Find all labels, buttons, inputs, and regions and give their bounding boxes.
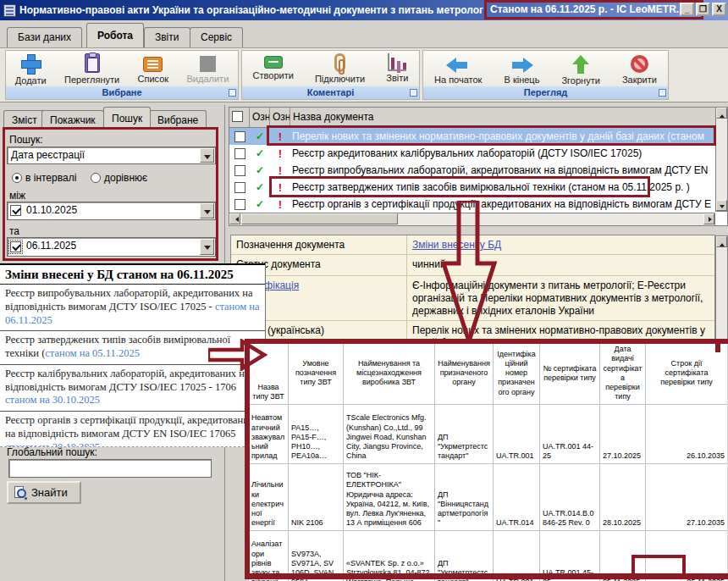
arrow-right-icon xyxy=(510,58,533,73)
date-from-checkbox[interactable] xyxy=(10,205,21,216)
sidebar-tab-zmist[interactable]: Зміст xyxy=(3,110,46,129)
column-header-title[interactable]: Назва документа xyxy=(290,108,727,127)
doc-row-vyprobuvalnykh[interactable]: ✓ ! Реєстр випробувальних лабораторій, а… xyxy=(229,162,727,179)
reports-button[interactable]: Звіти xyxy=(383,53,411,84)
document-list: Озн Озн Назва документа ✓ ! Перелік нови… xyxy=(229,107,728,226)
comment-icon xyxy=(264,56,283,69)
doc-row-perelik[interactable]: ✓ ! Перелік нових та змінених нормативно… xyxy=(229,128,727,145)
attach-button[interactable]: Підключити xyxy=(312,53,368,85)
check-icon: ✓ xyxy=(250,198,270,210)
app-icon xyxy=(3,4,16,17)
column-header-ozn1[interactable]: Озн xyxy=(250,108,270,127)
doc-title: Реєстр затверджених типів засобів вимірю… xyxy=(290,181,727,193)
window-title-status-annotated: Станом на 06.11.2025 р. - ІС LeoMETR... xyxy=(484,0,703,19)
select-all-checkbox[interactable] xyxy=(232,111,243,122)
ribbon-group-perehliad: На початок В кінець Згорнути Закрити Пер… xyxy=(422,50,669,100)
collapse-button[interactable]: Згорнути xyxy=(558,53,603,86)
check-icon: ✓ xyxy=(250,181,270,193)
list-icon xyxy=(143,57,163,72)
properties-scrollbar[interactable] xyxy=(715,235,728,344)
find-button[interactable]: Знайти xyxy=(7,481,81,504)
global-search-label: Глобальний пошук: xyxy=(7,446,97,458)
tab-zvity[interactable]: Звіти xyxy=(144,27,190,47)
close-button[interactable]: X xyxy=(712,3,726,16)
doc-row-zatverdzhenykh[interactable]: ✓ ! Реєстр затверджених типів засобів ви… xyxy=(229,179,727,196)
popup-entry: Реєстр калібрувальних лабораторій, акред… xyxy=(0,365,265,412)
chevron-down-icon[interactable] xyxy=(200,239,214,255)
tab-robota[interactable]: Робота xyxy=(86,23,144,47)
entry-date: станом на 30.10.2025 xyxy=(5,441,100,448)
group-expand-icon[interactable] xyxy=(659,89,666,97)
exclamation-icon: ! xyxy=(270,130,290,143)
close-view-button[interactable]: Закрити xyxy=(619,53,660,86)
go-end-button[interactable]: В кінець xyxy=(501,53,543,86)
sidebar-tab-vybrane[interactable]: Вибране xyxy=(149,110,207,129)
chevron-down-icon[interactable] xyxy=(200,203,214,219)
doc-title: Реєстр органів з сертифікації продукції,… xyxy=(290,198,727,210)
delete-icon xyxy=(200,56,216,72)
global-search-input[interactable] xyxy=(8,459,212,478)
exclamation-icon: ! xyxy=(270,164,290,177)
radio-equals[interactable] xyxy=(91,173,101,183)
prop-value-status: чинний xyxy=(407,255,714,275)
search-label: Пошук: xyxy=(9,134,43,146)
radio-equals-label: дорівнює xyxy=(104,172,147,184)
popup-title: Зміни внесені у БД станом на 06.11.2025 xyxy=(0,265,265,285)
chevron-down-icon[interactable] xyxy=(200,148,214,163)
check-icon: ✓ xyxy=(250,130,270,142)
ribbon-tabstrip: Бази даних Робота Звіти Сервіс xyxy=(0,22,728,47)
list-button[interactable]: Список xyxy=(135,53,173,85)
check-icon: ✓ xyxy=(250,147,270,159)
group-expand-icon[interactable] xyxy=(410,89,417,97)
doc-row-orhaniv[interactable]: ✓ ! Реєстр органів з сертифікації продук… xyxy=(229,196,727,213)
exclamation-icon: ! xyxy=(270,147,290,160)
date-to-checkbox[interactable] xyxy=(10,241,21,252)
window-title: Нормативно-правові акти України та орган… xyxy=(19,4,483,16)
doc-row-akredytovanykh[interactable]: ✓ ! Реєстр акредитованих калібрувальних … xyxy=(229,145,727,162)
ribbon-group-vybrane: Додати Переглянути Список Видалити Вибра… xyxy=(5,50,239,100)
radio-interval[interactable] xyxy=(12,173,22,183)
tab-bazy-danykh[interactable]: Бази даних xyxy=(7,27,82,47)
group-expand-icon[interactable] xyxy=(229,89,236,97)
date-to-combo[interactable]: 06.11.2025 xyxy=(7,237,216,257)
scroll-left-icon[interactable] xyxy=(229,213,240,224)
document-properties: Позначення документа Зміни внесені у БД … xyxy=(230,235,715,345)
sidebar-tab-poshuk[interactable]: Пошук xyxy=(103,107,151,129)
doclist-horizontal-scrollbar[interactable] xyxy=(229,213,715,226)
group-label-komentari: Коментарі xyxy=(242,86,419,99)
and-label: та xyxy=(9,225,19,237)
row-checkbox[interactable] xyxy=(234,182,245,193)
group-label-perehliad: Перегляд xyxy=(423,86,668,99)
changes-popup: Зміни внесені у БД станом на 06.11.2025 … xyxy=(0,263,266,447)
create-comment-button[interactable]: Створити xyxy=(250,53,297,81)
tab-servis[interactable]: Сервіс xyxy=(190,27,243,47)
scroll-up-icon[interactable] xyxy=(716,236,727,247)
sidebar-tab-pokazhchyk[interactable]: Покажчик xyxy=(41,110,104,129)
scrollbar-thumb[interactable] xyxy=(241,213,398,224)
doc-title: Реєстр акредитованих калібрувальних лабо… xyxy=(290,147,727,159)
scroll-right-icon[interactable] xyxy=(703,213,714,224)
doc-title: Перелік нових та змінених нормативно-пра… xyxy=(290,130,727,142)
row-checkbox[interactable] xyxy=(234,199,245,210)
scroll-down-icon[interactable] xyxy=(716,200,727,211)
doc-title: Реєстр випробувальних лабораторій, акред… xyxy=(290,164,727,176)
column-header-ozn2[interactable]: Озн xyxy=(270,108,290,127)
plus-icon xyxy=(20,53,41,74)
row-checkbox[interactable] xyxy=(234,148,245,159)
arrow-up-icon xyxy=(572,55,589,74)
changes-in-db-link[interactable]: Зміни внесені у БД xyxy=(412,239,501,251)
scroll-up-icon[interactable] xyxy=(716,108,727,119)
title-bar: Нормативно-правові акти України та орган… xyxy=(0,0,728,20)
go-start-button[interactable]: На початок xyxy=(431,53,485,86)
maximize-button[interactable]: ❐ xyxy=(696,3,710,16)
entry-date: станом на 30.10.2025 xyxy=(5,394,100,406)
search-field-combo[interactable]: Дата реєстрації xyxy=(7,147,216,164)
prop-label-designation: Позначення документа xyxy=(231,235,407,254)
date-from-combo[interactable]: 01.10.2025 xyxy=(7,202,216,220)
row-checkbox[interactable] xyxy=(234,131,245,142)
row-checkbox[interactable] xyxy=(234,165,245,176)
add-button[interactable]: Додати xyxy=(12,53,50,86)
minimize-button[interactable]: _ xyxy=(680,3,694,16)
doclist-vertical-scrollbar[interactable] xyxy=(715,107,728,212)
view-button[interactable]: Переглянути xyxy=(61,53,123,86)
